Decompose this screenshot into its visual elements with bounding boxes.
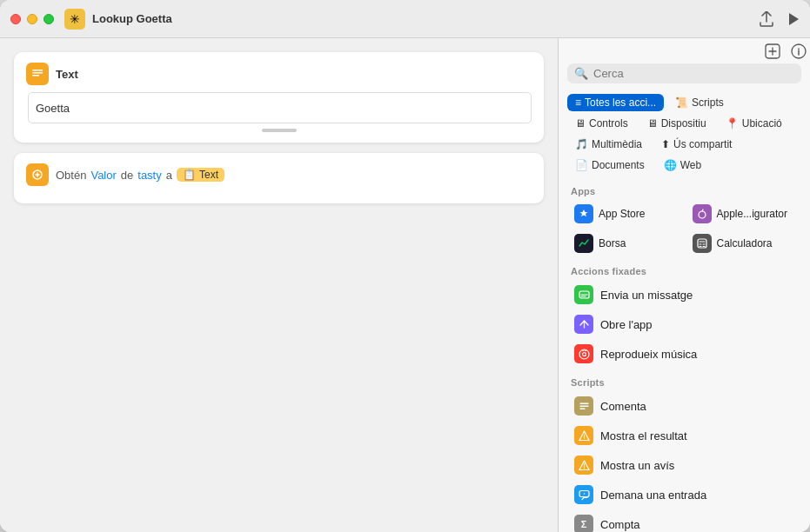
- app-item-borsa[interactable]: Borsa: [567, 229, 684, 257]
- tab-multimedia[interactable]: 🎵 Multimèdia: [567, 136, 650, 153]
- app-item-app-store[interactable]: App Store: [567, 200, 684, 228]
- lookup-icon-svg: [31, 169, 44, 181]
- traffic-lights: [10, 14, 54, 24]
- send-message-label: Envia un missatge: [600, 289, 693, 302]
- action-send-message[interactable]: Envia un missatge: [567, 280, 801, 309]
- text-card-header: Text: [26, 63, 532, 85]
- ask-input-icon: [574, 485, 593, 504]
- maximize-button[interactable]: [44, 14, 54, 24]
- action-show-result[interactable]: Mostra el resultat: [567, 421, 801, 450]
- text-card-title: Text: [56, 68, 78, 81]
- tab-scripts[interactable]: 📜 Scripts: [667, 94, 732, 111]
- lookup-card: Obtén Valor de tasty a 📋 Text: [14, 153, 544, 203]
- action-count[interactable]: Σ Compta: [567, 509, 801, 532]
- text-input[interactable]: [28, 92, 532, 123]
- device-tab-icon: 🖥: [647, 117, 658, 130]
- open-app-icon-svg: [579, 319, 590, 330]
- calculadora-icon: [693, 234, 712, 253]
- search-container: 🔍: [559, 63, 810, 89]
- tab-web-label: Web: [680, 159, 701, 171]
- borsa-icon: [574, 234, 593, 253]
- text-card-icon: [26, 63, 49, 85]
- show-result-label: Mostra el resultat: [600, 429, 687, 442]
- action-show-alert[interactable]: Mostra un avís: [567, 450, 801, 480]
- documents-tab-icon: 📄: [575, 159, 588, 171]
- send-message-icon: [574, 285, 593, 304]
- lookup-in-word: a: [166, 169, 172, 182]
- tab-all-label: Totes les acci...: [585, 96, 656, 109]
- tab-device[interactable]: 🖥 Dispositiu: [639, 115, 714, 132]
- tab-multimedia-label: Multimèdia: [592, 138, 642, 150]
- lookup-value-label[interactable]: Valor: [90, 169, 116, 182]
- svg-point-10: [582, 352, 586, 356]
- tab-documents[interactable]: 📄 Documents: [567, 156, 653, 174]
- web-tab-icon: 🌐: [664, 159, 677, 171]
- tab-all-actions[interactable]: ≡ Totes les acci...: [567, 94, 664, 111]
- lookup-tag[interactable]: 📋 Text: [177, 168, 224, 182]
- sharing-tab-icon: ⬆: [661, 138, 670, 150]
- lookup-prefix: Obtén: [56, 169, 86, 182]
- divider-handle[interactable]: [262, 129, 297, 132]
- apple-configurator-icon: [693, 204, 712, 223]
- calculadora-label: Calculadora: [717, 237, 773, 249]
- tab-sharing-label: Ús compartit: [673, 138, 732, 150]
- action-ask-input[interactable]: Demana una entrada: [567, 480, 801, 509]
- play-music-icon-svg: [579, 349, 590, 360]
- apple-configurator-icon-svg: [696, 208, 708, 220]
- left-panel: Text Obtén: [0, 38, 558, 532]
- show-result-icon-svg: [579, 430, 590, 442]
- tab-location-label: Ubicació: [742, 117, 782, 130]
- search-bar: 🔍: [567, 63, 801, 83]
- category-tabs: ≡ Totes les acci... 📜 Scripts 🖥 Controls…: [559, 89, 810, 177]
- show-result-icon: [574, 426, 593, 445]
- add-action-button[interactable]: [765, 43, 780, 63]
- svg-rect-1: [32, 72, 43, 74]
- tab-sharing[interactable]: ⬆ Ús compartit: [653, 136, 740, 153]
- minimize-button[interactable]: [27, 14, 37, 24]
- window-title: Lookup Goetta: [92, 12, 760, 25]
- calculadora-icon-svg: [696, 237, 708, 249]
- apps-grid: App Store Apple...igurator: [567, 200, 801, 257]
- open-app-icon: [574, 315, 593, 334]
- app-icon: ✳: [64, 9, 85, 30]
- svg-rect-11: [579, 402, 588, 404]
- close-button[interactable]: [10, 14, 21, 24]
- scripts-tab-icon: 📜: [675, 96, 688, 109]
- show-alert-icon-svg: [579, 460, 590, 471]
- comment-icon: [574, 396, 593, 416]
- text-card-body: [26, 92, 532, 123]
- main-window: ✳ Lookup Goetta: [0, 0, 810, 532]
- right-panel: 🔍 ≡ Totes les acci... 📜 Scripts 🖥 Contro…: [558, 38, 810, 532]
- svg-point-17: [583, 467, 585, 469]
- borsa-icon-svg: [578, 237, 590, 249]
- tab-web[interactable]: 🌐 Web: [656, 156, 709, 174]
- titlebar: ✳ Lookup Goetta: [0, 0, 810, 38]
- svg-point-19: [583, 493, 585, 495]
- count-icon: Σ: [574, 515, 593, 532]
- tab-scripts-label: Scripts: [692, 96, 724, 109]
- ask-input-label: Demana una entrada: [600, 489, 706, 502]
- info-button[interactable]: [791, 43, 807, 63]
- play-button[interactable]: [787, 12, 800, 26]
- tab-documents-label: Documents: [592, 159, 645, 171]
- apple-configurator-label: Apple...igurator: [717, 208, 787, 220]
- search-input[interactable]: [593, 67, 794, 80]
- tab-controls[interactable]: 🖥 Controls: [567, 115, 636, 132]
- count-icon-label: Σ: [581, 519, 587, 529]
- share-button[interactable]: [760, 11, 773, 27]
- send-message-icon-svg: [579, 289, 590, 301]
- action-play-music[interactable]: Reprodueix música: [567, 339, 801, 369]
- fixed-section-label: Accions fixades: [571, 266, 801, 276]
- controls-tab-icon: 🖥: [575, 117, 586, 130]
- tab-location[interactable]: 📍 Ubicació: [718, 115, 790, 132]
- svg-point-6: [699, 211, 706, 218]
- lookup-variable[interactable]: tasty: [137, 169, 161, 182]
- app-item-calculadora[interactable]: Calculadora: [686, 229, 802, 257]
- action-open-app[interactable]: Obre l'app: [567, 309, 801, 339]
- apps-section-label: Apps: [571, 186, 801, 196]
- app-item-apple-configurator[interactable]: Apple...igurator: [686, 200, 802, 228]
- svg-rect-2: [32, 75, 39, 76]
- text-card: Text: [14, 52, 544, 143]
- play-icon: [787, 12, 800, 26]
- action-comment[interactable]: Comenta: [567, 391, 801, 421]
